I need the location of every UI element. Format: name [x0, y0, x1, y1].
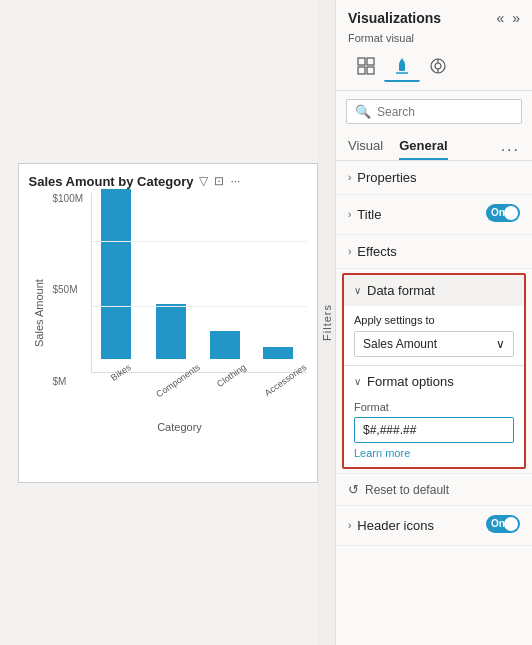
collapse-icon[interactable]: « — [496, 10, 504, 26]
section-header-icons[interactable]: › Header icons On — [336, 505, 532, 546]
chevron-title: › — [348, 209, 351, 220]
reset-label: Reset to default — [365, 483, 449, 497]
bar-label-components: Components — [154, 362, 202, 399]
apply-settings-label: Apply settings to — [354, 314, 514, 326]
dropdown-value: Sales Amount — [363, 337, 437, 351]
search-input[interactable] — [377, 105, 513, 119]
analytics-format-icon[interactable] — [420, 50, 456, 82]
filters-bar[interactable]: Filters — [318, 0, 336, 645]
bar-components — [156, 304, 186, 359]
format-options-header[interactable]: ∨ Format options — [344, 365, 524, 397]
chevron-effects: › — [348, 246, 351, 257]
bar-label-accessories: Accessories — [263, 362, 308, 398]
grid-line-2 — [92, 306, 307, 307]
tab-visual[interactable]: Visual — [348, 132, 383, 160]
grid-format-icon[interactable] — [348, 50, 384, 82]
section-label-header-icons: Header icons — [357, 518, 434, 533]
section-label-properties: Properties — [357, 170, 416, 185]
y-tick-3: $M — [53, 376, 91, 387]
dropdown-chevron: ∨ — [496, 337, 505, 351]
x-axis-label: Category — [53, 421, 307, 433]
chevron-header-icons: › — [348, 520, 351, 531]
format-input[interactable] — [354, 417, 514, 443]
format-options-content: Format Learn more — [344, 397, 524, 467]
search-bar[interactable]: 🔍 — [346, 99, 522, 124]
toggle-header-icons[interactable]: On — [486, 515, 520, 536]
toggle-title[interactable]: On — [486, 204, 520, 225]
bar-group-components: Components — [145, 304, 196, 372]
data-format-label: Data format — [367, 283, 435, 298]
y-tick-1: $100M — [53, 193, 91, 204]
y-axis-labels: $100M $50M $M — [53, 193, 91, 407]
svg-rect-2 — [358, 67, 365, 74]
format-label: Format — [354, 401, 514, 413]
bars-area: Bikes Components Clothing Accessori — [91, 193, 307, 373]
svg-rect-1 — [367, 58, 374, 65]
section-label-effects: Effects — [357, 244, 397, 259]
reset-row[interactable]: ↺ Reset to default — [336, 473, 532, 505]
data-format-content: Apply settings to Sales Amount ∨ — [344, 306, 524, 365]
viz-panel-header: Visualizations « » — [336, 0, 532, 30]
section-label-title: Title — [357, 207, 381, 222]
sections-container: › Properties › Title On › Effects ∨ Data… — [336, 161, 532, 645]
chevron-format-options: ∨ — [354, 376, 361, 387]
chevron-properties: › — [348, 172, 351, 183]
format-icons-row — [336, 50, 532, 91]
bar-accessories — [263, 347, 293, 359]
section-title[interactable]: › Title On — [336, 195, 532, 235]
y-axis-label: Sales Amount — [29, 193, 49, 433]
chevron-data-format: ∨ — [354, 285, 361, 296]
panel-arrows[interactable]: « » — [496, 10, 520, 26]
svg-point-7 — [435, 63, 441, 69]
tab-more-dots[interactable]: ... — [501, 137, 520, 155]
tab-general[interactable]: General — [399, 132, 447, 160]
viz-title: Visualizations — [348, 10, 441, 26]
chart-panel: Filters Sales Amount by Category ▽ ⊡ ···… — [0, 0, 335, 645]
section-effects[interactable]: › Effects — [336, 235, 532, 269]
bar-label-bikes: Bikes — [109, 362, 133, 383]
bar-clothing — [210, 331, 240, 359]
expand-icon-right[interactable]: » — [512, 10, 520, 26]
more-icon[interactable]: ··· — [230, 174, 240, 188]
filter-icon[interactable]: ▽ — [199, 174, 208, 188]
right-panel: Visualizations « » Format visual — [335, 0, 532, 645]
svg-rect-3 — [367, 67, 374, 74]
bar-group-bikes: Bikes — [96, 189, 138, 372]
bar-group-clothing: Clothing — [204, 331, 246, 372]
grid-line-1 — [92, 241, 307, 242]
section-properties[interactable]: › Properties — [336, 161, 532, 195]
bar-label-clothing: Clothing — [215, 362, 248, 389]
data-format-header[interactable]: ∨ Data format — [344, 275, 524, 306]
data-format-section: ∨ Data format Apply settings to Sales Am… — [342, 273, 526, 469]
bar-group-accessories: Accessories — [254, 347, 303, 372]
chart-container: Sales Amount by Category ▽ ⊡ ··· Sales A… — [18, 163, 318, 483]
reset-icon: ↺ — [348, 482, 359, 497]
y-tick-2: $50M — [53, 284, 91, 295]
expand-icon[interactable]: ⊡ — [214, 174, 224, 188]
bar-bikes — [101, 189, 131, 359]
filters-label: Filters — [321, 304, 333, 341]
format-visual-label: Format visual — [336, 30, 532, 50]
tab-row: Visual General ... — [336, 132, 532, 161]
search-icon: 🔍 — [355, 104, 371, 119]
svg-rect-4 — [399, 63, 405, 71]
learn-more-link[interactable]: Learn more — [354, 447, 514, 459]
chart-title: Sales Amount by Category — [29, 174, 194, 189]
svg-rect-0 — [358, 58, 365, 65]
format-options-label: Format options — [367, 374, 454, 389]
paint-format-icon[interactable] — [384, 50, 420, 82]
apply-settings-dropdown[interactable]: Sales Amount ∨ — [354, 331, 514, 357]
